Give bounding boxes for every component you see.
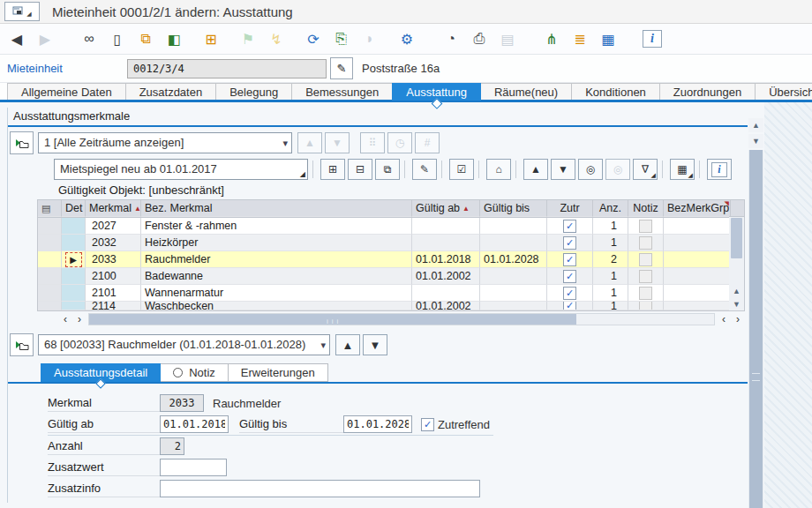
merkmal-detail-select[interactable]: 68 [002033] Rauchmelder (01.01.2018-01.0… (38, 334, 330, 355)
zutr-checkbox[interactable]: ✓ (563, 302, 576, 310)
scrollbar-track[interactable] (748, 150, 763, 508)
gueltig-ab-cell[interactable] (412, 285, 480, 302)
scroll-left-icon[interactable]: ‹ (717, 314, 731, 325)
gueltig-bis-cell[interactable] (480, 268, 547, 285)
table-row[interactable]: 2027Fenster & -rahmen✓1 (38, 218, 744, 235)
zutr-checkbox[interactable]: ✓ (563, 220, 576, 233)
gueltig-ab-cell[interactable] (412, 218, 480, 235)
zutr-cell[interactable]: ✓ (547, 235, 593, 251)
notiz-cell[interactable] (628, 268, 664, 285)
find-next-button[interactable]: ◎ (605, 159, 630, 180)
bezmerkgrp-cell[interactable] (664, 218, 731, 235)
tab-raeume-neu[interactable]: Räume(neu) (480, 83, 572, 101)
tab-bemessungen[interactable]: Bemessungen (291, 83, 393, 101)
mieteinheit-field[interactable]: 0012/3/4 (127, 59, 327, 78)
row-selector-cell[interactable] (38, 268, 62, 285)
insert-row-button[interactable]: ⊞ (320, 159, 345, 180)
anzahl-cell[interactable]: 1 (593, 235, 628, 251)
copy-icon[interactable]: ⧉ (134, 28, 157, 49)
notiz-checkbox[interactable] (639, 220, 652, 233)
zutr-checkbox[interactable]: ✓ (563, 253, 576, 266)
notiz-cell[interactable] (628, 285, 664, 302)
gueltig-ab-cell[interactable]: 01.01.2002 (412, 268, 480, 285)
gueltig-ab-cell[interactable]: 01.01.2018 (412, 251, 480, 268)
col-notiz[interactable]: Notiz (628, 200, 664, 217)
gueltig-bis-cell[interactable]: 01.01.2028 (480, 251, 547, 268)
select-all-header[interactable]: ▤ (38, 200, 62, 217)
info-button[interactable]: i (641, 28, 664, 49)
det-cell[interactable] (62, 218, 86, 235)
zutr-checkbox[interactable]: ✓ (563, 236, 576, 250)
row-selector-cell[interactable] (38, 285, 62, 302)
back-icon[interactable]: ◀ (5, 28, 28, 49)
table-settings-button[interactable]: ▦◢ (670, 159, 695, 180)
tab-ausstattungsdetail[interactable]: Ausstattungsdetail (41, 363, 161, 382)
notiz-checkbox[interactable] (639, 236, 652, 250)
edit-button[interactable]: ✎ (330, 57, 353, 79)
table-vertical-scrollbar[interactable]: ▲ ▼ (729, 216, 745, 311)
gueltig-ab-field[interactable] (160, 415, 229, 433)
det-cell[interactable]: ▶ (62, 251, 86, 268)
home-button[interactable]: ⌂ (486, 159, 511, 180)
det-cell[interactable] (62, 268, 86, 285)
zusatzwert-field[interactable] (160, 459, 227, 476)
move-up-button[interactable]: ▲ (297, 132, 322, 153)
copy-document-icon[interactable]: ⎘ (330, 28, 353, 49)
next-entry-button[interactable]: ▼ (363, 334, 387, 355)
expand-detail-button[interactable] (10, 333, 34, 356)
zutr-cell[interactable]: ✓ (547, 268, 593, 285)
table-row[interactable]: ▶2033Rauchmelder01.01.201801.01.2028✓2 (38, 251, 744, 268)
zutr-cell[interactable]: ✓ (547, 302, 593, 310)
refresh-icon[interactable]: ⟳ (302, 28, 325, 49)
zutr-checkbox[interactable]: ✓ (563, 287, 576, 300)
timeframe-select[interactable]: 1 [Alle Zeiträume anzeigen] ▾ (38, 132, 292, 153)
bezmerkgrp-cell[interactable] (664, 251, 731, 268)
merkmal-cell[interactable]: 2032 (86, 235, 141, 251)
notiz-checkbox[interactable] (639, 270, 652, 283)
col-merkmal[interactable]: Merkmal▲ (86, 200, 141, 217)
bez-merkmal-cell[interactable]: Rauchmelder (141, 251, 412, 268)
gueltig-ab-cell[interactable]: 01.01.2002 (412, 302, 480, 310)
table-horizontal-scrollbar[interactable]: ‹ › ╷╷╷ ‹ › (37, 313, 745, 325)
merkmal-field[interactable] (160, 394, 204, 412)
notiz-checkbox[interactable] (639, 287, 652, 300)
scrollbar-thumb[interactable] (731, 218, 742, 258)
gueltig-ab-cell[interactable] (412, 235, 480, 251)
delete-icon[interactable]: ◧ (162, 28, 185, 49)
delete-row-button[interactable]: ⊟ (348, 159, 372, 180)
table-view-icon[interactable]: ▦ (597, 28, 620, 49)
scroll-down-icon[interactable]: ▼ (748, 134, 763, 148)
overview-icon[interactable]: ≣ (568, 28, 591, 49)
anzahl-field[interactable] (160, 437, 184, 455)
merkmal-cell[interactable]: 2027 (86, 218, 141, 235)
merkmal-cell[interactable]: 2101 (86, 285, 141, 302)
services-icon[interactable]: ⚙ (395, 28, 418, 49)
print-preview-icon[interactable]: ▤ (496, 28, 519, 49)
col-det[interactable]: Det (62, 200, 86, 217)
col-gueltig-bis[interactable]: Gültig bis (480, 200, 547, 217)
scroll-up-icon[interactable]: ▲ (748, 118, 763, 132)
bez-merkmal-cell[interactable]: Waschbecken (141, 302, 412, 310)
copy-row-button[interactable]: ⧉ (375, 159, 400, 180)
forward-icon[interactable]: ▶ (34, 28, 56, 49)
create-icon[interactable]: ▯ (106, 28, 129, 49)
display-change-icon[interactable]: ∞ (78, 28, 101, 49)
notiz-checkbox[interactable] (639, 302, 652, 310)
det-cell[interactable] (62, 302, 86, 310)
org-chart-icon[interactable]: ⋔ (540, 28, 563, 49)
merkmal-cell[interactable]: 2114 (86, 302, 141, 310)
tab-zusatzdaten[interactable]: Zusatzdaten (125, 83, 217, 101)
tab-allgemeine-daten[interactable]: Allgemeine Daten (7, 83, 126, 101)
mieteinheit-label[interactable]: Mieteinheit (7, 62, 127, 75)
zutreffend-checkbox[interactable]: ✓ (421, 418, 434, 431)
bez-merkmal-cell[interactable]: Wannenarmatur (141, 285, 412, 302)
notiz-cell[interactable] (628, 302, 664, 310)
bez-merkmal-cell[interactable]: Fenster & -rahmen (141, 218, 412, 235)
select-all-button[interactable]: ☑ (449, 159, 474, 180)
table-row[interactable]: 2032Heizkörper✓1 (38, 235, 744, 251)
sound-icon[interactable]: ◗ (358, 28, 381, 49)
detail-arrow-icon[interactable]: ▶ (65, 252, 82, 267)
notiz-cell[interactable] (628, 235, 664, 251)
scroll-up-icon[interactable]: ▲ (729, 284, 744, 297)
notiz-cell[interactable] (628, 251, 664, 268)
